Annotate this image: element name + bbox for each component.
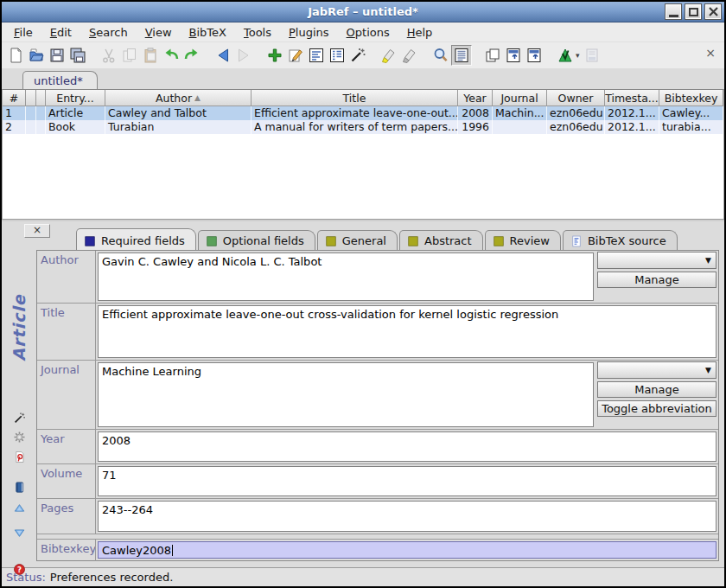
column-header-#[interactable]: #	[3, 90, 26, 106]
column-header-author[interactable]: Author▲	[105, 90, 252, 106]
field-input-journal[interactable]: Machine Learning	[98, 362, 594, 427]
editor-tab-general[interactable]: General	[317, 230, 398, 250]
book-button[interactable]	[13, 481, 26, 494]
field-row-volume: Volume71	[37, 464, 718, 499]
edit-entry-button[interactable]	[285, 45, 306, 66]
entry-editor-close-button[interactable]: ×	[24, 224, 50, 238]
editor-tab-optional-fields[interactable]: Optional fields	[198, 230, 315, 250]
chevron-down-icon: ▼	[705, 366, 711, 374]
print-preview-button[interactable]	[582, 45, 602, 66]
column-label: Year	[463, 92, 486, 105]
column-header-journal[interactable]: Journal	[493, 90, 547, 106]
unmark-entries-button[interactable]	[399, 45, 420, 66]
help-button[interactable]: ?	[13, 563, 26, 576]
duplicate-entry-button[interactable]	[482, 45, 503, 66]
mark-entries-button[interactable]	[379, 45, 399, 66]
close-button[interactable]	[704, 3, 722, 20]
entry-type-label: Article	[6, 263, 32, 393]
column-header-blank[interactable]	[36, 90, 46, 106]
field-input-title[interactable]: Efficient approximate leave-one-out cros…	[98, 305, 716, 358]
database-tab-untitled[interactable]: untitled*	[22, 71, 98, 89]
editor-tab-abstract[interactable]: Abstract	[399, 230, 483, 250]
menu-options[interactable]: Options	[341, 24, 395, 41]
square-green-wrap	[206, 235, 218, 247]
field-input-year[interactable]: 2008	[98, 431, 716, 462]
cut-button[interactable]	[99, 45, 119, 66]
square-olive-wrap	[407, 235, 419, 247]
pdf-icon	[13, 451, 26, 463]
menu-search[interactable]: Search	[84, 24, 133, 41]
column-header-year[interactable]: Year	[458, 90, 493, 106]
minimize-button[interactable]	[665, 3, 682, 20]
search-button[interactable]	[430, 45, 451, 66]
pdf-button[interactable]	[13, 451, 26, 463]
plugin-wand-button[interactable]	[347, 45, 368, 66]
open-database-button[interactable]	[26, 45, 47, 66]
manage-button[interactable]: Manage	[597, 381, 716, 398]
toolbar-close-button[interactable]: ×	[704, 46, 717, 60]
push-to-application-button[interactable]	[555, 45, 576, 66]
back-button[interactable]	[213, 45, 233, 66]
move-up-button[interactable]	[13, 502, 26, 515]
menu-bar: FileEditSearchViewBibTeXToolsPluginsOpti…	[2, 22, 724, 42]
editor-tab-bibtex-source[interactable]: BibTeX source	[563, 230, 678, 250]
column-header-owner[interactable]: Owner	[547, 90, 605, 106]
new-entry-button[interactable]	[264, 45, 285, 66]
toggle-preview-icon	[453, 47, 470, 64]
maximize-icon	[689, 8, 698, 16]
menu-help[interactable]: Help	[402, 24, 438, 41]
open-url-button[interactable]	[524, 45, 544, 66]
field-input-pages[interactable]: 243--264	[98, 501, 716, 532]
mark-entries-icon	[380, 47, 398, 64]
column-header-blank[interactable]	[26, 90, 36, 106]
column-header-title[interactable]: Title	[252, 90, 458, 106]
column-header-bibtexkey[interactable]: Bibtexkey	[659, 90, 723, 106]
table-cell: Article	[46, 106, 105, 120]
move-down-button[interactable]	[13, 526, 26, 539]
column-header-timesta[interactable]: Timesta...	[605, 90, 659, 106]
editor-tab-label: Review	[510, 234, 550, 247]
menu-tools[interactable]: Tools	[239, 24, 277, 41]
move-down-icon	[13, 526, 26, 539]
field-input-volume[interactable]: 71	[98, 466, 716, 496]
menu-bibtex[interactable]: BibTeX	[184, 24, 232, 41]
field-label-journal: Journal	[37, 361, 96, 429]
copy-button[interactable]	[119, 45, 140, 66]
field-input-author[interactable]: Gavin C. Cawley and Nicola L. C. Talbot	[98, 252, 594, 301]
undo-button[interactable]	[161, 45, 182, 66]
toggle-preview-button[interactable]	[451, 45, 472, 66]
column-label: Title	[343, 92, 366, 105]
edit-strings-button[interactable]	[306, 45, 327, 66]
field-content: Cawley2008	[96, 540, 718, 561]
manage-button[interactable]: Manage	[597, 272, 716, 288]
edit-preamble-button[interactable]	[327, 45, 347, 66]
redo-button[interactable]	[182, 45, 202, 66]
open-file-button[interactable]	[503, 45, 524, 66]
paste-button[interactable]	[140, 45, 161, 66]
square-olive-icon	[493, 235, 505, 247]
editor-tab-review[interactable]: Review	[485, 230, 561, 250]
save-all-button[interactable]	[67, 45, 88, 66]
field-input-bibtexkey[interactable]: Cawley2008	[98, 541, 716, 559]
dropdown-caret-icon[interactable]: ▾	[576, 51, 580, 60]
editor-tab-required-fields[interactable]: Required fields	[76, 228, 196, 250]
forward-button[interactable]	[233, 45, 254, 66]
paste-icon	[142, 47, 159, 64]
gear-button[interactable]	[13, 431, 26, 444]
menu-file[interactable]: File	[9, 24, 38, 41]
menu-plugins[interactable]: Plugins	[283, 24, 334, 41]
menu-edit[interactable]: Edit	[45, 24, 77, 41]
name-dropdown[interactable]: ▼	[597, 361, 716, 379]
save-database-button[interactable]	[47, 45, 67, 66]
maximize-button[interactable]	[685, 3, 702, 20]
back-icon	[214, 47, 232, 64]
editor-tab-label: Abstract	[424, 234, 472, 247]
name-dropdown[interactable]: ▼	[597, 252, 716, 269]
table-row[interactable]: 2BookTurabianA manual for writers of ter…	[3, 120, 723, 134]
menu-view[interactable]: View	[140, 24, 177, 41]
new-database-button[interactable]	[5, 45, 26, 66]
toggle-abbreviation-button[interactable]: Toggle abbreviation	[597, 400, 716, 417]
wand-button[interactable]	[13, 412, 26, 425]
table-row[interactable]: 1ArticleCawley and TalbotEfficient appro…	[3, 106, 723, 120]
column-header-entry[interactable]: Entry...	[46, 90, 105, 106]
